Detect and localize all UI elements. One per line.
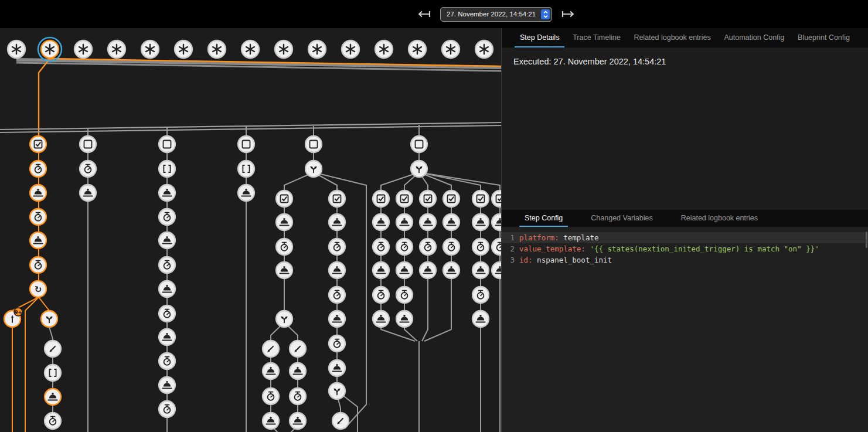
node-service[interactable] [396,262,413,278]
node-timer[interactable] [373,287,389,303]
node-service[interactable] [329,262,345,278]
node-split[interactable] [41,311,57,327]
node-trigger[interactable] [141,40,159,58]
node-service[interactable] [159,329,175,345]
node-timer[interactable] [472,287,489,303]
node-square[interactable] [411,136,427,152]
node-arrow-dl[interactable] [45,341,61,357]
node-arrow-dl[interactable] [263,341,279,357]
tab-changed-variables[interactable]: Changed Variables [586,210,658,227]
node-service[interactable] [159,185,175,201]
node-arrow-dl[interactable] [332,413,349,429]
node-timer[interactable] [420,239,436,255]
node-trigger[interactable] [38,38,62,61]
code-scrollbar-thumb[interactable] [866,232,867,248]
node-service[interactable] [443,262,459,278]
node-checkbox[interactable] [420,191,436,207]
node-trigger[interactable] [475,40,493,58]
trace-run-select[interactable]: 27. November 2022, 14:54:21 [440,7,552,22]
node-checkbox[interactable] [472,191,489,207]
node-square[interactable] [238,136,254,152]
node-timer[interactable] [159,305,175,322]
tab-related-logbook-entries-sub[interactable]: Related logbook entries [676,210,763,227]
node-brackets[interactable] [159,161,175,177]
node-service[interactable] [492,214,501,230]
node-timer[interactable] [329,239,345,255]
node-arrow-up[interactable]: 9+ [4,308,22,327]
node-timer[interactable] [159,353,175,369]
node-arrow-dl[interactable] [290,341,306,357]
node-service[interactable] [263,363,279,379]
node-timer[interactable] [329,335,345,352]
code-line[interactable]: 3id: nspanel_boot_init [502,254,868,266]
node-square[interactable] [159,136,175,152]
node-service[interactable] [80,185,96,201]
node-trigger[interactable] [442,40,459,58]
node-choose[interactable] [305,161,322,177]
node-trigger[interactable] [208,40,226,58]
node-checkbox[interactable] [492,191,501,207]
node-brackets[interactable] [45,365,61,381]
tab-blueprint-config[interactable]: Blueprint Config [792,28,855,47]
node-service[interactable] [159,232,175,249]
tab-trace-timeline[interactable]: Trace Timeline [567,28,626,47]
node-service[interactable] [263,413,279,429]
previous-trace-button[interactable] [417,10,433,18]
node-service[interactable] [396,311,413,327]
node-timer[interactable] [373,239,389,255]
node-timer[interactable] [80,161,96,177]
node-trigger[interactable] [409,40,426,58]
node-service[interactable] [396,214,413,230]
node-service[interactable] [420,262,436,278]
node-brackets[interactable] [238,161,254,177]
node-service[interactable] [276,214,292,230]
node-trigger[interactable] [375,40,393,58]
node-timer[interactable] [472,239,489,255]
node-trigger[interactable] [175,40,192,58]
node-timer[interactable] [443,239,459,255]
node-split[interactable] [276,311,292,327]
node-timer[interactable] [290,388,306,404]
node-service[interactable] [373,311,389,327]
tab-automation-config[interactable]: Automation Config [719,28,789,47]
node-timer[interactable] [30,161,46,177]
node-checkbox[interactable] [276,191,292,207]
node-timer[interactable] [159,209,175,225]
node-trigger[interactable] [8,40,25,58]
node-checkbox[interactable] [329,191,345,207]
node-square[interactable] [305,136,322,152]
node-trigger[interactable] [342,40,359,58]
next-trace-button[interactable] [560,10,575,18]
node-repeat[interactable]: ↻ [30,281,46,297]
node-checkbox[interactable] [396,191,413,207]
node-service[interactable] [238,185,254,201]
node-timer[interactable] [159,257,175,273]
node-service[interactable] [45,389,61,405]
node-service[interactable] [472,311,489,327]
code-line[interactable]: 2value_template: '{{ states(nextion_init… [502,243,868,254]
node-timer[interactable] [30,257,46,273]
node-trigger[interactable] [74,40,92,58]
node-service[interactable] [472,262,489,278]
node-service[interactable] [373,262,389,278]
node-timer[interactable] [45,413,61,429]
tab-step-config[interactable]: Step Config [519,210,568,227]
node-timer[interactable] [159,401,175,417]
node-trigger[interactable] [108,40,125,58]
tab-related-logbook-entries[interactable]: Related logbook entries [628,28,716,47]
node-service[interactable] [30,232,46,249]
node-checkbox[interactable] [373,191,389,207]
node-service[interactable] [492,262,501,278]
node-square[interactable] [80,136,96,152]
node-service[interactable] [373,214,389,230]
node-split[interactable] [329,383,345,399]
node-service[interactable] [329,311,345,327]
node-checkbox[interactable] [30,136,46,152]
code-line[interactable]: 1platform: template [502,232,868,243]
node-trigger[interactable] [275,40,292,58]
node-service[interactable] [276,262,292,278]
node-service[interactable] [329,214,345,230]
code-editor[interactable]: 1platform: template2value_template: '{{ … [502,227,868,432]
node-service[interactable] [472,214,489,230]
node-service[interactable] [159,281,175,297]
